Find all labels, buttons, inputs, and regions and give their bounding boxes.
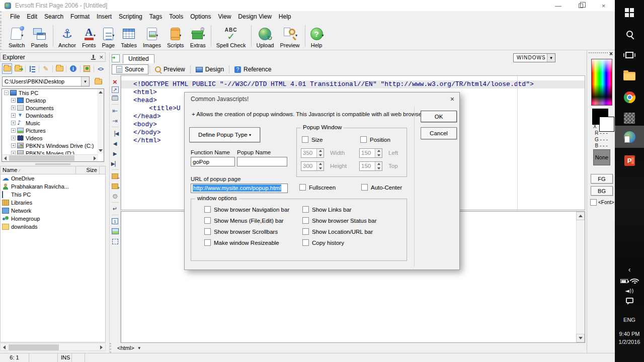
document-tab[interactable]: Untitled bbox=[123, 54, 154, 63]
function-name-input[interactable] bbox=[191, 157, 235, 166]
tree-horizontal-scrollbar[interactable] bbox=[2, 154, 98, 161]
switch-button[interactable]: ▾ Switch bbox=[6, 22, 28, 50]
upload-button[interactable]: ↻ Upload bbox=[254, 22, 277, 50]
scroll-left-icon[interactable] bbox=[1, 344, 8, 350]
list-item[interactable]: This PC bbox=[1, 191, 105, 199]
menu-format[interactable]: Format bbox=[67, 12, 93, 21]
expand-icon[interactable]: + bbox=[11, 128, 16, 133]
page-button[interactable]: ▾ Page bbox=[99, 22, 118, 50]
external-window-icon[interactable]: ↗ bbox=[112, 86, 119, 93]
tree-item[interactable]: +Desktop bbox=[2, 97, 104, 104]
path-dropdown-icon[interactable]: ▼ bbox=[81, 77, 89, 86]
height-spinner[interactable]: 300 bbox=[301, 161, 324, 171]
tree-item-root[interactable]: − This PC bbox=[2, 89, 104, 97]
scroll-thumb[interactable] bbox=[9, 155, 74, 161]
explorer-splitter[interactable] bbox=[106, 52, 110, 352]
make-resizeable-checkbox[interactable] bbox=[204, 239, 211, 246]
tree-item[interactable]: +PBKN's Windows Drive (C:) bbox=[2, 142, 104, 149]
volume-button[interactable]: ◄)) bbox=[615, 288, 644, 294]
color-spectrum-picker[interactable] bbox=[591, 59, 612, 106]
chrome-button[interactable] bbox=[615, 86, 644, 108]
scroll-thumb[interactable] bbox=[9, 344, 59, 350]
top-spinner[interactable]: 150 bbox=[359, 161, 382, 171]
hidden-icons-chevron[interactable]: ‹ bbox=[615, 265, 644, 274]
menu-view[interactable]: View bbox=[215, 12, 235, 21]
file-explorer-button[interactable] bbox=[615, 65, 644, 86]
url-input[interactable]: http://www.mysite.com/popup.html bbox=[191, 184, 288, 193]
refresh-folder-button[interactable]: ➜ bbox=[13, 63, 23, 74]
doctype-dropdown-icon[interactable]: ▼ bbox=[547, 54, 555, 62]
list-horizontal-scrollbar[interactable] bbox=[0, 343, 106, 351]
list-item[interactable]: Homegroup bbox=[1, 215, 105, 223]
last-bookmark-icon[interactable]: ▶▏ bbox=[111, 158, 120, 168]
menu-search[interactable]: Search bbox=[41, 12, 67, 21]
fonts-button[interactable]: A▾ Fonts bbox=[79, 22, 99, 50]
folder-up-button[interactable]: ↑ bbox=[93, 76, 104, 86]
tree-item[interactable]: +Pictures bbox=[2, 127, 104, 134]
size-checkbox[interactable] bbox=[302, 136, 308, 143]
scroll-down-icon[interactable] bbox=[97, 147, 104, 154]
show-menus-bar-checkbox[interactable] bbox=[204, 217, 211, 224]
list-item[interactable]: ☁OneDrive bbox=[1, 174, 105, 183]
show-status-bar-checkbox[interactable] bbox=[302, 217, 309, 224]
code-files-button[interactable]: <> bbox=[96, 63, 106, 74]
path-combobox[interactable]: C:\Users\PBKN\Desktop ▼ bbox=[2, 76, 90, 86]
scroll-left-icon[interactable] bbox=[2, 155, 9, 161]
start-button[interactable] bbox=[615, 2, 644, 23]
first-page-button[interactable] bbox=[615, 126, 644, 148]
scroll-right-icon[interactable] bbox=[98, 344, 105, 350]
split-panel-icon[interactable] bbox=[111, 226, 120, 236]
expand-icon[interactable]: + bbox=[11, 98, 16, 103]
task-view-button[interactable] bbox=[615, 44, 644, 65]
tag-breadcrumb[interactable]: <html> bbox=[115, 344, 136, 351]
scroll-right-icon[interactable] bbox=[92, 155, 98, 161]
spin-up-icon[interactable] bbox=[317, 149, 324, 153]
spin-up-icon[interactable] bbox=[317, 162, 324, 166]
tab-reference[interactable]: ?Reference bbox=[230, 64, 275, 74]
tree-item[interactable]: +Videos bbox=[2, 134, 104, 142]
tab-scroll-icon[interactable] bbox=[112, 54, 120, 62]
preview-files-button[interactable] bbox=[82, 63, 92, 74]
expand-icon[interactable]: + bbox=[11, 121, 16, 125]
menu-help[interactable]: Help bbox=[275, 12, 295, 21]
auto-center-checkbox[interactable] bbox=[361, 184, 368, 191]
language-indicator[interactable]: ENG bbox=[615, 317, 644, 323]
panels-button[interactable]: Panels bbox=[28, 22, 51, 50]
popup-name-input[interactable] bbox=[237, 157, 287, 166]
ok-button[interactable]: OK bbox=[421, 111, 457, 122]
window-number-icon[interactable]: 1 bbox=[111, 216, 120, 226]
left-spinner[interactable]: 150 bbox=[359, 148, 382, 158]
images-button[interactable]: ▾ Images bbox=[140, 22, 164, 50]
dialog-close-icon[interactable]: × bbox=[450, 95, 454, 103]
first-bookmark-icon[interactable]: ▕◀ bbox=[111, 128, 120, 138]
tables-button[interactable]: Tables bbox=[118, 22, 140, 50]
explorer-close-icon[interactable]: × bbox=[99, 54, 103, 60]
pin-icon[interactable] bbox=[91, 55, 96, 60]
scroll-up-icon[interactable] bbox=[576, 212, 585, 220]
spell-check-button[interactable]: ABC✓ Spell Check bbox=[213, 22, 249, 50]
clock-time[interactable]: 9:40 PM bbox=[615, 331, 644, 337]
close-document-icon[interactable]: × bbox=[111, 76, 120, 86]
spin-down-icon[interactable] bbox=[317, 166, 324, 171]
background-color-swatch[interactable] bbox=[599, 117, 614, 132]
collapse-icon[interactable]: − bbox=[4, 90, 9, 95]
tree-item[interactable]: +Downloads bbox=[2, 112, 104, 119]
word-wrap-icon[interactable]: ↵ bbox=[111, 204, 120, 214]
menu-design-view[interactable]: Design View bbox=[234, 12, 275, 21]
tag-dropdown-icon[interactable]: ▼ bbox=[137, 346, 141, 350]
minimize-button[interactable]: — bbox=[547, 0, 570, 11]
fullscreen-checkbox[interactable] bbox=[299, 184, 306, 191]
tab-design[interactable]: Design bbox=[192, 64, 228, 74]
spin-down-icon[interactable] bbox=[317, 153, 324, 158]
none-color-button[interactable]: None bbox=[593, 149, 610, 165]
next-icon[interactable]: ▶ bbox=[111, 148, 120, 158]
open-folder-button[interactable] bbox=[54, 63, 64, 74]
edit-button[interactable]: ✎ bbox=[41, 63, 51, 74]
add-bookmark-icon[interactable]: + bbox=[111, 181, 120, 191]
menu-scripting[interactable]: Scripting bbox=[115, 12, 146, 21]
bg-button[interactable]: BG bbox=[591, 186, 613, 196]
tools-icon[interactable]: ⚙ bbox=[111, 191, 120, 201]
scroll-down-icon[interactable] bbox=[576, 334, 585, 342]
system-tray[interactable] bbox=[615, 278, 644, 285]
tree-item[interactable]: +Documents bbox=[2, 104, 104, 112]
